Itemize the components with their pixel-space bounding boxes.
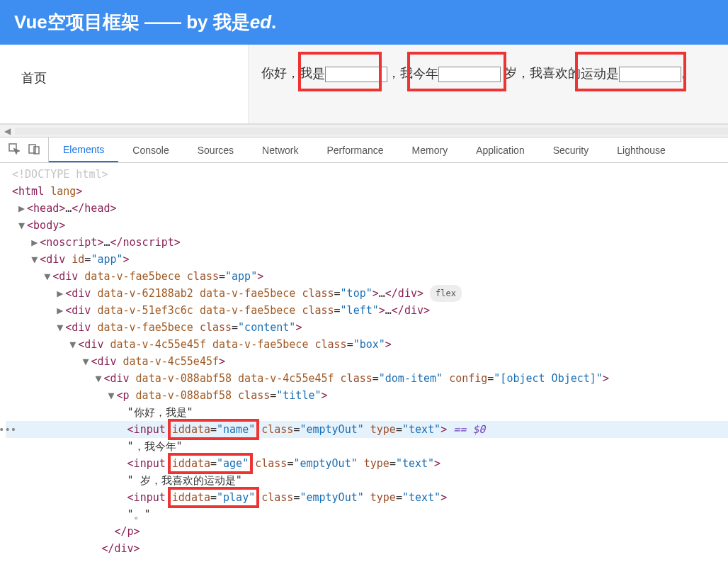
device-toggle-icon[interactable] bbox=[28, 143, 40, 157]
left-nav: 首页 bbox=[0, 45, 248, 123]
code-line: ▶<div data-v-62188ab2 data-v-fae5bece cl… bbox=[6, 285, 728, 302]
iddata-age-highlight: iddata="age" bbox=[172, 455, 249, 472]
code-line: ▼<p data-v-088abf58 class="title"> bbox=[6, 387, 728, 404]
devtools-tab-network[interactable]: Network bbox=[248, 137, 312, 162]
code-line: "。" bbox=[6, 506, 728, 523]
code-line: ▶<head>…</head> bbox=[6, 200, 728, 217]
devtools-tabs: ElementsConsoleSourcesNetworkPerformance… bbox=[0, 137, 728, 163]
form-sentence: 你好，我 是 ，我 今年 岁，我喜欢的 运动是 。 bbox=[261, 62, 715, 84]
iddata-name-highlight: iddata="name" bbox=[172, 421, 255, 438]
code-line: </div> bbox=[6, 540, 728, 557]
elements-source-tree[interactable]: <!DOCTYPE html> <html lang> ▶<head>…</he… bbox=[0, 163, 728, 562]
devtools-tab-memory[interactable]: Memory bbox=[398, 137, 462, 162]
app-body: 首页 你好，我 是 ，我 今年 岁，我喜欢的 运动是 。 bbox=[0, 45, 728, 124]
code-line: ▼<div data-v-fae5bece class="app"> bbox=[6, 268, 728, 285]
text-segment: 是 bbox=[312, 67, 325, 81]
text-segment: 。 bbox=[681, 66, 694, 80]
iddata-play-highlight: iddata="play" bbox=[172, 489, 255, 506]
header-title-suffix: . bbox=[271, 11, 276, 33]
code-line-selected: ••• <input iddata="name" class="emptyOut… bbox=[6, 421, 728, 438]
scrollbar-track[interactable] bbox=[15, 128, 728, 135]
code-line: ▼<div data-v-088abf58 data-v-4c55e45f cl… bbox=[6, 370, 728, 387]
devtools-tab-performance[interactable]: Performance bbox=[312, 137, 397, 162]
devtools-tab-console[interactable]: Console bbox=[118, 137, 183, 162]
devtools-panel: ElementsConsoleSourcesNetworkPerformance… bbox=[0, 137, 728, 562]
code-line: " 岁，我喜欢的运动是" bbox=[6, 472, 728, 489]
chevron-left-icon[interactable]: ◀ bbox=[0, 126, 15, 136]
code-line: ▼<div id="app"> bbox=[6, 251, 728, 268]
age-input[interactable] bbox=[438, 67, 501, 82]
text-segment: ，我 bbox=[387, 66, 413, 80]
text-segment: 岁，我喜欢的 bbox=[501, 66, 581, 80]
header-title-prefix: Vue空项目框架 —— by 我是 bbox=[14, 11, 250, 33]
devtools-toolbar-icons bbox=[0, 137, 49, 162]
inspect-element-icon[interactable] bbox=[8, 143, 20, 157]
app-header: Vue空项目框架 —— by 我是ed. bbox=[0, 0, 728, 45]
play-field-wrap: 运动是 bbox=[581, 63, 681, 84]
devtools-tab-lighthouse[interactable]: Lighthouse bbox=[603, 137, 680, 162]
code-line: "，我今年" bbox=[6, 438, 728, 455]
header-title-italic: ed bbox=[250, 11, 271, 33]
ellipsis-icon[interactable]: ••• bbox=[0, 421, 16, 438]
play-input[interactable] bbox=[619, 67, 681, 82]
devtools-tab-elements[interactable]: Elements bbox=[49, 137, 118, 162]
content-panel: 你好，我 是 ，我 今年 岁，我喜欢的 运动是 。 bbox=[248, 45, 728, 123]
horizontal-scrollbar[interactable]: ◀ bbox=[0, 124, 728, 137]
devtools-tab-application[interactable]: Application bbox=[462, 137, 539, 162]
nav-home[interactable]: 首页 bbox=[21, 71, 47, 85]
devtools-tab-security[interactable]: Security bbox=[539, 137, 603, 162]
code-line: </p> bbox=[6, 523, 728, 540]
code-line: ▶<noscript>…</noscript> bbox=[6, 234, 728, 251]
code-line: ▼<div data-v-4c55e45f> bbox=[6, 353, 728, 370]
code-line: ▶<div data-v-51ef3c6c data-v-fae5bece cl… bbox=[6, 302, 728, 319]
code-line: <html lang> bbox=[6, 183, 728, 200]
code-line: ▼<body> bbox=[6, 217, 728, 234]
name-field-wrap: 是 bbox=[312, 63, 387, 84]
age-field-wrap: 今年 bbox=[413, 63, 501, 84]
code-line: <input iddata="play" class="emptyOut" ty… bbox=[6, 489, 728, 506]
code-line: <!DOCTYPE html> bbox=[6, 166, 728, 183]
text-segment: 你好，我 bbox=[261, 66, 312, 80]
devtools-tab-sources[interactable]: Sources bbox=[183, 137, 248, 162]
name-input[interactable] bbox=[325, 67, 387, 82]
flex-badge: flex bbox=[430, 285, 462, 302]
code-line: "你好，我是" bbox=[6, 404, 728, 421]
text-segment: 今年 bbox=[413, 67, 438, 81]
text-segment: 运动是 bbox=[581, 67, 619, 81]
code-line: <input iddata="age" class="emptyOut" typ… bbox=[6, 455, 728, 472]
code-line: ▼<div data-v-4c55e45f data-v-fae5bece cl… bbox=[6, 336, 728, 353]
code-line: ▼<div data-v-fae5bece class="content"> bbox=[6, 319, 728, 336]
